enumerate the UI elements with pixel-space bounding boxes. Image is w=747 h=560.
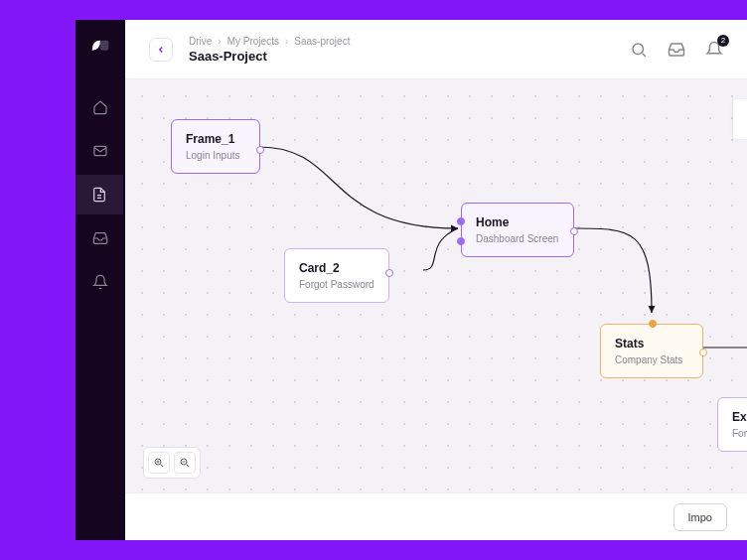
app-window: Drive › My Projects › Saas-project Saas-…: [75, 20, 747, 540]
node-stats[interactable]: Stats Company Stats: [600, 324, 703, 378]
side-panel-edge[interactable]: [733, 99, 747, 139]
back-button[interactable]: [149, 38, 173, 62]
node-title: Frame_1: [186, 132, 245, 146]
port-out[interactable]: [699, 349, 707, 356]
page-title: Saas-Project: [189, 49, 350, 64]
chevron-right-icon: ›: [218, 36, 221, 47]
node-title: Stats: [615, 337, 688, 350]
port-out[interactable]: [385, 269, 393, 277]
inbox-icon[interactable]: [668, 41, 685, 59]
title-block: Drive › My Projects › Saas-project Saas-…: [189, 36, 350, 64]
search-icon[interactable]: [630, 41, 648, 59]
breadcrumb[interactable]: Drive › My Projects › Saas-project: [189, 36, 350, 47]
app-logo: [90, 38, 110, 52]
svg-rect-0: [100, 40, 108, 50]
node-title: Home: [476, 215, 559, 229]
node-subtitle: Dashboard Screen: [476, 233, 559, 244]
node-card2[interactable]: Card_2 Forgot Password: [284, 248, 389, 303]
node-subtitle: Forgot Password: [299, 279, 374, 290]
nav-inbox[interactable]: [80, 218, 120, 258]
breadcrumb-item[interactable]: My Projects: [227, 36, 279, 47]
topbar: Drive › My Projects › Saas-project Saas-…: [125, 20, 747, 79]
nav-notifications[interactable]: [80, 262, 120, 302]
svg-point-2: [633, 44, 644, 55]
node-title: Export: [732, 410, 747, 424]
notification-badge: 2: [717, 35, 729, 47]
chevron-right-icon: ›: [285, 36, 288, 47]
node-export[interactable]: Export Forgot P: [717, 397, 747, 452]
main-area: Drive › My Projects › Saas-project Saas-…: [125, 20, 747, 540]
port-in[interactable]: [457, 237, 465, 245]
port-out[interactable]: [256, 146, 264, 154]
breadcrumb-item[interactable]: Saas-project: [294, 36, 350, 47]
node-subtitle: Forgot P: [732, 428, 747, 439]
node-home[interactable]: Home Dashboard Screen: [461, 203, 574, 257]
canvas[interactable]: Frame_1 Login Inputs Card_2 Forgot Passw…: [125, 79, 747, 492]
breadcrumb-item[interactable]: Drive: [189, 36, 212, 47]
node-frame1[interactable]: Frame_1 Login Inputs: [171, 119, 260, 174]
zoom-controls: [143, 447, 201, 479]
node-subtitle: Login Inputs: [186, 150, 245, 161]
port-in[interactable]: [457, 217, 465, 225]
nav-mail[interactable]: [80, 131, 120, 171]
zoom-in-button[interactable]: [148, 452, 170, 474]
port-out[interactable]: [570, 227, 578, 235]
zoom-out-button[interactable]: [174, 452, 196, 474]
node-title: Card_2: [299, 261, 374, 275]
sidebar: [75, 20, 125, 540]
footer: Impo: [125, 492, 747, 540]
import-button[interactable]: Impo: [673, 503, 727, 531]
port-in[interactable]: [649, 320, 657, 328]
node-subtitle: Company Stats: [615, 354, 688, 365]
bell-icon[interactable]: 2: [705, 41, 723, 59]
topbar-actions: 2: [630, 41, 723, 59]
nav-documents[interactable]: [75, 175, 123, 214]
nav-home[interactable]: [80, 87, 120, 127]
